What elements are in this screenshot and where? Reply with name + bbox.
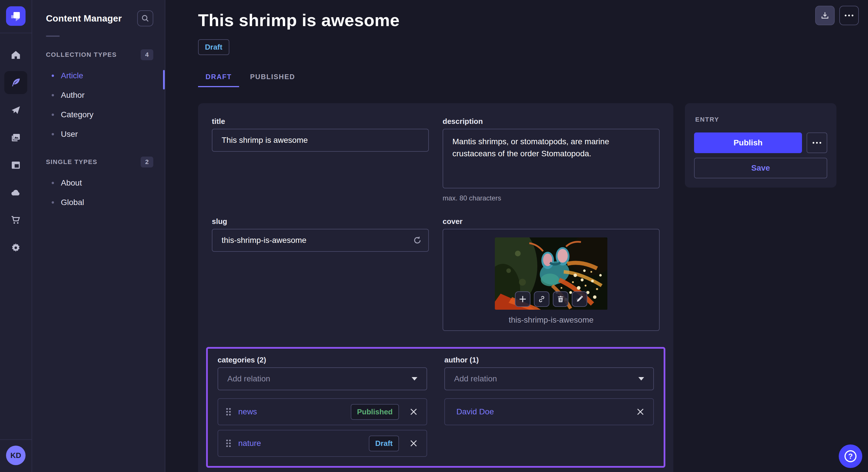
sidebar-item-user[interactable]: User <box>32 125 165 144</box>
user-avatar[interactable]: KD <box>6 446 26 465</box>
regenerate-slug-icon[interactable] <box>413 236 422 245</box>
rail-bottom: KD <box>0 439 32 472</box>
close-icon <box>410 408 417 415</box>
app-window: KD Content Manager COLLECTION TYPES 4 Ar… <box>0 0 868 472</box>
drag-handle-icon[interactable] <box>226 408 231 415</box>
title-label: title <box>212 117 429 126</box>
ellipsis-icon <box>813 142 821 144</box>
author-select-placeholder: Add relation <box>454 374 497 383</box>
chevron-down-icon <box>639 377 644 380</box>
rail-divider <box>0 33 32 33</box>
relation-item-david-doe: David Doe <box>444 398 654 425</box>
marketplace-cart-icon[interactable] <box>4 209 27 232</box>
sidebar-item-label: Category <box>61 110 94 119</box>
sidebar-item-category[interactable]: Category <box>32 105 165 125</box>
relation-item-nature: nature Draft <box>218 430 427 457</box>
main-content: This shrimp is awesome Draft DRAFT PUBLI… <box>165 0 868 472</box>
categories-select-placeholder: Add relation <box>227 374 270 383</box>
author-label: author (1) <box>444 356 654 365</box>
chevron-down-icon <box>412 377 417 380</box>
relation-status-badge: Published <box>351 404 399 420</box>
author-field: author (1) Add relation David Doe <box>444 356 654 457</box>
sidebar-item-label: Author <box>61 91 85 100</box>
bullet-icon <box>52 113 54 116</box>
categories-label: categories (2) <box>218 356 427 365</box>
cover-caption: this-shrimp-is-awesome <box>443 315 659 325</box>
header-more-button[interactable] <box>839 6 859 25</box>
sidebar-scrollbar-thumb[interactable] <box>163 70 165 90</box>
save-button[interactable]: Save <box>694 158 827 178</box>
cover-label: cover <box>443 217 660 226</box>
icon-rail: KD <box>0 0 32 472</box>
relation-status-badge: Draft <box>369 436 399 451</box>
single-types-section: SINGLE TYPES 2 About Global <box>32 157 165 212</box>
ellipsis-icon <box>845 14 854 16</box>
viewport: KD Content Manager COLLECTION TYPES 4 Ar… <box>0 0 868 472</box>
cover-delete-button[interactable] <box>553 291 568 307</box>
search-icon <box>141 14 149 22</box>
export-download-button[interactable] <box>815 6 835 25</box>
trash-icon <box>557 295 564 303</box>
tab-published[interactable]: PUBLISHED <box>243 68 303 87</box>
entry-panel-title: ENTRY <box>695 116 827 123</box>
content-manager-sidebar: Content Manager COLLECTION TYPES 4 Artic… <box>32 0 165 472</box>
header-actions <box>815 6 859 25</box>
sidebar-item-author[interactable]: Author <box>32 86 165 105</box>
drag-handle-icon[interactable] <box>226 440 231 447</box>
collection-types-count: 4 <box>141 49 153 60</box>
description-label: description <box>443 117 660 126</box>
author-add-relation-select[interactable]: Add relation <box>444 367 654 390</box>
relation-link[interactable]: news <box>238 407 257 416</box>
link-icon <box>538 295 546 303</box>
cover-copy-link-button[interactable] <box>534 291 549 307</box>
relations-highlight-box: categories (2) Add relation news <box>206 347 665 468</box>
rail-nav <box>4 43 27 439</box>
media-library-icon[interactable] <box>4 126 27 149</box>
releases-send-icon[interactable] <box>4 99 27 122</box>
cover-edit-button[interactable] <box>572 291 587 307</box>
description-field: description Mantis shrimps, or stomatopo… <box>443 117 660 202</box>
remove-relation-button[interactable] <box>409 407 418 417</box>
sidebar-item-label: About <box>61 178 82 188</box>
sidebar-item-about[interactable]: About <box>32 173 165 193</box>
content-manager-feather-icon[interactable] <box>4 71 27 94</box>
help-button[interactable]: ? <box>839 444 862 468</box>
remove-relation-button[interactable] <box>409 438 418 448</box>
bullet-icon <box>52 182 54 184</box>
page-title: This shrimp is awesome <box>198 10 859 30</box>
publish-button[interactable]: Publish <box>694 133 802 153</box>
cover-image[interactable] <box>495 237 608 310</box>
relation-link[interactable]: David Doe <box>456 407 494 416</box>
remove-relation-button[interactable] <box>636 407 645 417</box>
description-helper: max. 80 characters <box>443 194 660 202</box>
categories-add-relation-select[interactable]: Add relation <box>218 367 427 390</box>
edit-form-card: title description Mantis shrimps, or sto… <box>198 103 673 472</box>
relation-link[interactable]: nature <box>238 439 261 448</box>
sidebar-item-article[interactable]: Article <box>32 66 165 86</box>
single-types-count: 2 <box>141 157 153 167</box>
author-relation-list: David Doe <box>444 398 654 425</box>
sidebar-item-label: User <box>61 130 78 139</box>
strapi-logo-icon <box>9 10 22 22</box>
relation-item-news: news Published <box>218 398 427 425</box>
cover-add-button[interactable] <box>515 291 530 307</box>
description-textarea[interactable]: Mantis shrimps, or stomatopods, are mari… <box>443 129 660 189</box>
entry-more-button[interactable] <box>807 133 827 153</box>
bullet-icon <box>52 133 54 135</box>
strapi-logo[interactable] <box>6 6 26 26</box>
cover-card: this-shrimp-is-awesome <box>443 229 660 331</box>
tab-draft[interactable]: DRAFT <box>198 68 239 87</box>
search-button[interactable] <box>137 10 153 26</box>
sidebar-item-label: Article <box>61 71 83 80</box>
cloud-icon[interactable] <box>4 181 27 204</box>
sidebar-item-global[interactable]: Global <box>32 193 165 212</box>
settings-gear-icon[interactable] <box>4 236 27 259</box>
title-input[interactable] <box>212 129 429 152</box>
version-tabs: DRAFT PUBLISHED <box>198 68 859 87</box>
content-type-builder-icon[interactable] <box>4 154 27 177</box>
home-icon[interactable] <box>4 43 27 67</box>
collection-types-label: COLLECTION TYPES <box>46 51 117 59</box>
status-badge: Draft <box>198 39 229 55</box>
slug-input[interactable] <box>212 229 429 252</box>
close-icon <box>410 440 417 447</box>
